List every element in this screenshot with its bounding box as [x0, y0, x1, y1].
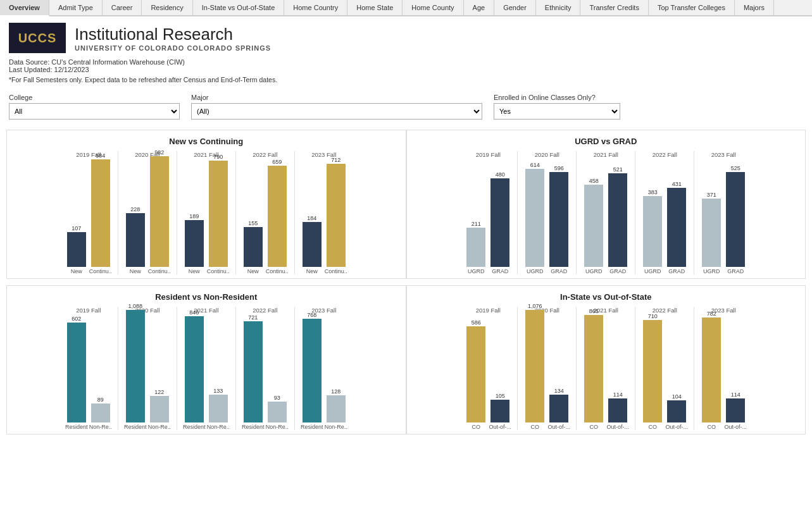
tab-career[interactable]: Career [103, 0, 142, 15]
major-select[interactable]: (All) [191, 103, 482, 120]
tab-home-county[interactable]: Home County [403, 0, 463, 15]
is-2021-co-bar [584, 315, 603, 422]
ug-2023: 2023 Fall 371 UGRD 525 GRAD [700, 151, 747, 274]
res-2022-nonres-wrap: 93 Non-Re... [266, 395, 289, 430]
is-2022-co-wrap: 710 CO [641, 313, 664, 430]
res-2019-label: 2019 Fall [76, 307, 101, 314]
res-2019-bars: 602 Resident 89 Non-Re... [65, 316, 112, 430]
res-2022-res-bar [244, 321, 263, 422]
tab-age[interactable]: Age [464, 0, 495, 15]
note-text: *For Fall Semesters only. Expect data to… [0, 75, 812, 89]
res-2021-nonres-wrap: 133 Non-Re... [207, 388, 230, 430]
ug-2020-label: 2020 Fall [535, 151, 559, 158]
res-2020: 2020 Fall 1,088 Resident 122 Non-Re... [124, 307, 171, 430]
is-2020-co-wrap: 1,076 CO [523, 303, 546, 430]
is-2020: 2020 Fall 1,076 CO 134 Out-of-... [523, 307, 570, 430]
res-2020-nonres-wrap: 122 Non-Re... [148, 389, 171, 430]
tab-bar: Overview Admit Type Career Residency In-… [0, 0, 812, 16]
logo-text: UCCS [18, 31, 57, 46]
ug-2023-ugrd-bar [702, 199, 721, 267]
ug-2022-ugrd-bar [643, 196, 662, 267]
is-div1 [517, 307, 518, 430]
is-2021-out-bar [608, 398, 627, 422]
nvc-2019-bars: 107 New 584 Continu... [65, 161, 112, 274]
res-2022-label: 2022 Fall [253, 307, 277, 314]
res-2020-res-bar [126, 310, 145, 422]
tab-overview[interactable]: Overview [0, 0, 49, 16]
charts-row-2: Resident vs Non-Resident 2019 Fall 602 R… [6, 285, 806, 434]
ug-2020-ugrd-bar [525, 169, 544, 267]
is-2019-co-bar [466, 326, 485, 422]
is-2019-co-wrap: 586 CO [465, 319, 487, 430]
is-2021: 2021 Fall 865 CO 114 Out-of-... [582, 307, 629, 430]
tab-home-country[interactable]: Home Country [284, 0, 347, 15]
nvc-div4 [294, 151, 295, 274]
online-filter-group: Enrolled in Online Classes Only? Yes No [494, 94, 620, 120]
nvc-2023-cont-bar [327, 164, 346, 267]
page-header: UCCS Institutional Research UNIVERSITY O… [0, 16, 812, 56]
new-vs-continuing-panel: New vs Continuing 2019 Fall 107 New 584 [6, 130, 406, 279]
ug-div4 [694, 151, 694, 274]
res-2022: 2022 Fall 721 Resident 93 Non-Re... [242, 307, 289, 430]
ug-2021: 2021 Fall 458 UGRD 521 GRAD [582, 151, 629, 274]
res-2023-nonres-bar [327, 395, 346, 422]
nvc-2021-cont-bar [209, 161, 228, 267]
online-label: Enrolled in Online Classes Only? [494, 94, 620, 101]
nvc-2021-bars: 189 New 790 Continu... [183, 161, 230, 274]
is-div2 [576, 307, 577, 430]
new-vs-cont-title: New vs Continuing [11, 137, 402, 146]
college-label: College [9, 94, 180, 101]
is-2022-bars: 710 CO 104 Out-of-... [641, 316, 688, 430]
header-title-block: Institutional Research UNIVERSITY OF COL… [75, 25, 271, 52]
tab-majors[interactable]: Majors [735, 0, 774, 15]
nvc-2021-new-wrap: 189 New [183, 213, 206, 274]
res-div2 [177, 307, 177, 430]
instate-title: In-State vs Out-of-State [411, 292, 802, 302]
tab-instate[interactable]: In-State vs Out-of-State [193, 0, 285, 15]
res-2023: 2023 Fall 768 Resident 128 Non-Re... [301, 307, 347, 430]
tab-top-transfer[interactable]: Top Transfer Colleges [649, 0, 735, 15]
is-2021-co-wrap: 865 CO [582, 308, 605, 430]
res-2019-res-wrap: 602 Resident [65, 316, 88, 430]
nvc-2020-new-bar [126, 213, 145, 267]
res-2023-bars: 768 Resident 128 Non-Re... [301, 316, 347, 430]
nvc-2019-new-bar [67, 232, 86, 267]
ug-2019-grad-wrap: 480 GRAD [489, 171, 511, 274]
is-2022: 2022 Fall 710 CO 104 Out-of-... [641, 307, 688, 430]
college-select[interactable]: All [9, 103, 180, 120]
online-select[interactable]: Yes No [494, 103, 620, 120]
nvc-2022: 2022 Fall 155 New 659 Continu... [242, 151, 289, 274]
tab-admit-type[interactable]: Admit Type [49, 0, 103, 15]
resident-title: Resident vs Non-Resident [11, 292, 402, 302]
page-title: Institutional Research [75, 25, 271, 44]
is-2022-out-wrap: 104 Out-of-... [665, 393, 688, 430]
tab-gender[interactable]: Gender [494, 0, 536, 15]
tab-residency[interactable]: Residency [142, 0, 192, 15]
nvc-2019-cont-bar [91, 159, 110, 267]
tab-ethnicity[interactable]: Ethnicity [536, 0, 581, 15]
is-2023-co-wrap: 782 CO [700, 311, 723, 430]
ug-2021-ugrd-wrap: 458 UGRD [582, 178, 605, 274]
is-2023-co-bar [702, 317, 721, 422]
major-label: Major [191, 94, 482, 101]
is-2023-bars: 782 CO 114 Out-of-... [700, 316, 747, 430]
ug-2023-ugrd-wrap: 371 UGRD [700, 192, 723, 274]
data-source-line: Data Source: CU's Central Information Wa… [0, 56, 812, 75]
res-2022-res-wrap: 721 Resident [242, 314, 265, 430]
tab-transfer-credits[interactable]: Transfer Credits [580, 0, 648, 15]
is-2022-out-bar [667, 400, 686, 422]
ug-2019-grad-bar [490, 178, 509, 267]
ug-2020: 2020 Fall 614 UGRD 596 GRAD [523, 151, 570, 274]
ug-2020-ugrd-wrap: 614 UGRD [523, 162, 546, 274]
major-filter-group: Major (All) [191, 94, 482, 120]
tab-home-state[interactable]: Home State [347, 0, 403, 15]
charts-row-1: New vs Continuing 2019 Fall 107 New 584 [6, 130, 806, 279]
nvc-2022-new-bar [244, 227, 263, 267]
ug-2019-bars: 211 UGRD 480 GRAD [465, 161, 511, 274]
ug-2022-bars: 383 UGRD 431 GRAD [641, 161, 688, 274]
nvc-div2 [177, 151, 177, 274]
res-2020-nonres-bar [150, 396, 169, 422]
res-2022-bars: 721 Resident 93 Non-Re... [242, 316, 289, 430]
nvc-2021-cont-wrap: 790 Continu... [207, 154, 230, 274]
is-2020-bars: 1,076 CO 134 Out-of-... [523, 316, 570, 430]
